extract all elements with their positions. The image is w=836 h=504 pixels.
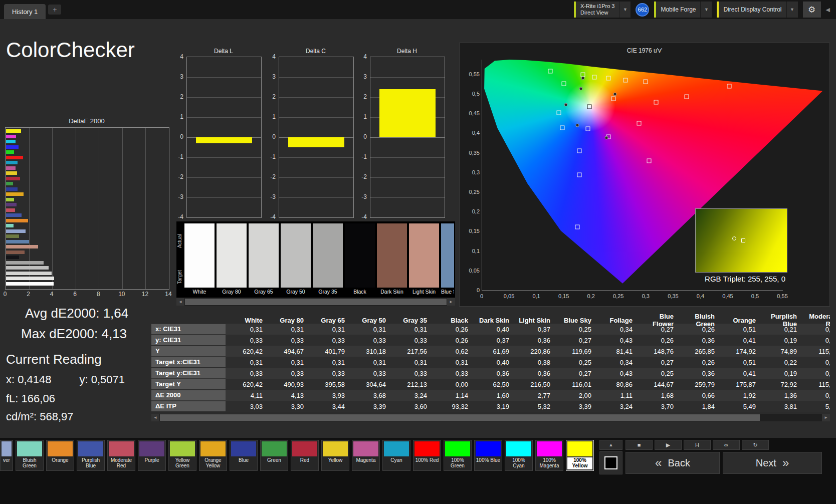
x-tick: 0,45 (722, 293, 733, 299)
measurement-square (592, 75, 597, 79)
patch-button[interactable]: 100% Cyan (505, 440, 533, 471)
swatch: Gray 50 (281, 223, 311, 297)
patch-color (506, 441, 531, 456)
patch-button[interactable]: 100% Blue (474, 440, 502, 471)
measurement-square (557, 110, 561, 115)
expand-up-button[interactable]: ▲ (599, 440, 622, 450)
table-cell: 3,70 (638, 403, 679, 410)
gridline (187, 157, 261, 158)
x-tick: 0,3 (642, 293, 650, 299)
patch-button[interactable]: Purplish Blue (77, 440, 105, 471)
table-cell: 0,25 (638, 370, 679, 377)
patch-button[interactable]: Orange (46, 440, 74, 471)
back-button[interactable]: « Back (625, 452, 720, 474)
patch-button[interactable]: 100% Red (413, 440, 441, 471)
table-cell: 0,31 (802, 337, 830, 344)
delta-bar (379, 89, 436, 137)
column-header: Foliage (596, 317, 638, 324)
patch-color (139, 441, 164, 456)
row-label: ΔE 2000 (151, 390, 226, 400)
scrollbar-thumb[interactable] (185, 299, 447, 305)
patch-button[interactable]: 100% Yellow (566, 440, 594, 471)
loop-infinite-button[interactable]: ∞ (713, 440, 740, 450)
patch-label: ver (2, 457, 12, 469)
table-cell: 0,31 (802, 370, 830, 377)
patch-button[interactable]: Blue (230, 440, 258, 471)
table-cell: 0,36 (514, 370, 555, 377)
patch-button[interactable]: Green (260, 440, 288, 471)
patch-button[interactable]: 100% Green (444, 440, 472, 471)
meter-status-badge[interactable]: 662 (636, 3, 649, 17)
patch-button[interactable]: Moderate Red (107, 440, 135, 471)
chevron-down-icon[interactable]: ▼ (786, 2, 798, 18)
scroll-right-icon[interactable]: ► (822, 414, 830, 421)
table-cell: 217,56 (391, 348, 432, 355)
patch-button[interactable]: Magenta (352, 440, 380, 471)
measurement-square (654, 100, 658, 105)
patch-button[interactable]: Yellow (321, 440, 349, 471)
y-tick: 3 (363, 73, 367, 80)
patch-button[interactable]: ver (0, 440, 13, 471)
cie-y-axis: 0,550,50,450,40,350,30,250,20,150,10,050 (462, 60, 480, 290)
table-cell: 3,39 (555, 403, 596, 410)
x-tick: 0,15 (558, 293, 569, 299)
current-reading-heading: Current Reading (6, 352, 128, 367)
table-cell: 212,13 (391, 381, 432, 388)
reference-dot (613, 93, 617, 96)
table-cell: 0,27 (638, 326, 679, 333)
play-button[interactable]: ▶ (655, 440, 682, 450)
tab-history-1[interactable]: History 1 (4, 4, 46, 19)
scroll-right-icon[interactable]: ► (447, 298, 455, 306)
patch-color (200, 441, 226, 456)
display-control-dropdown[interactable]: Direct Display Control ▼ (717, 2, 797, 18)
scroll-left-icon[interactable]: ◄ (151, 414, 159, 421)
swatch-strip: Actual Target WhiteGray 80Gray 65Gray 50… (176, 221, 455, 298)
table-row: Y620,42494,67401,79310,18217,560,6261,69… (151, 346, 830, 357)
patch-button[interactable]: Bluish Green (16, 440, 44, 471)
reference-dot (605, 136, 608, 140)
next-button[interactable]: Next » (723, 452, 822, 474)
table-row: ΔE 20004,114,133,933,683,241,141,602,772… (151, 390, 830, 401)
collapse-panel-icon[interactable]: ◀ (826, 7, 830, 13)
patch-label: 100% Cyan (506, 457, 531, 469)
table-cell: 0,31 (350, 359, 391, 366)
measurement-square (548, 69, 553, 74)
table-cell: 115,87 (802, 381, 830, 388)
measurement-square-dark (587, 105, 592, 109)
meter-dropdown[interactable]: X-Rite i1Pro 3 Direct View ▼ (574, 2, 631, 18)
chevron-down-icon[interactable]: ▼ (619, 2, 631, 18)
row-label: Y (151, 346, 226, 356)
refresh-button[interactable]: ↻ (742, 440, 769, 450)
table-cell: 3,39 (350, 403, 391, 410)
patch-button[interactable]: Purple (138, 440, 166, 471)
scroll-left-icon[interactable]: ◄ (176, 298, 184, 306)
swatch-items: WhiteGray 80Gray 65Gray 50Gray 35BlackDa… (184, 223, 454, 297)
swatch-label: Gray 35 (313, 288, 343, 296)
source-label: Mobile Forge (661, 6, 696, 13)
pattern-window-button[interactable] (599, 451, 622, 474)
column-header: White (227, 317, 268, 324)
source-dropdown[interactable]: Mobile Forge ▼ (654, 2, 712, 18)
patch-button[interactable]: Red (291, 440, 319, 471)
cie-x-axis: 00,050,10,150,20,250,30,350,40,450,50,55 (482, 293, 792, 300)
deltae-bar (6, 208, 15, 212)
table-row: y: CIE310,330,330,330,330,330,260,370,36… (151, 335, 830, 346)
scrollbar-thumb[interactable] (160, 414, 760, 421)
patch-button[interactable]: Cyan (382, 440, 410, 471)
patch-color (170, 441, 195, 456)
table-cell: 1,84 (679, 403, 720, 410)
hold-button[interactable]: H (684, 440, 711, 450)
table-cell: 0,25 (555, 359, 596, 366)
gear-icon[interactable]: ⚙ (803, 2, 821, 18)
patch-button[interactable]: 100% Magenta (535, 440, 563, 471)
patch-button[interactable]: Yellow Green (168, 440, 196, 471)
stop-button[interactable]: ■ (625, 440, 653, 450)
table-cell: 4,11 (227, 392, 268, 399)
y-tick: 4 (363, 53, 367, 60)
x-tick: 12 (142, 291, 148, 298)
patch-button[interactable]: Orange Yellow (199, 440, 227, 471)
swatch-color (184, 223, 215, 288)
add-tab-button[interactable]: + (48, 5, 61, 15)
x-tick: 2 (27, 291, 30, 298)
chevron-down-icon[interactable]: ▼ (700, 2, 712, 18)
